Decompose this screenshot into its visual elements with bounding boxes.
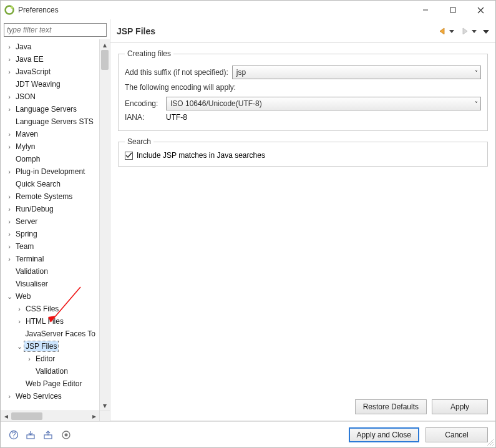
tree-item-label: Oomph <box>14 154 41 164</box>
tree-item[interactable]: ⌄JSP Files <box>1 340 99 353</box>
tree-item[interactable]: ›JavaScript <box>1 66 99 78</box>
svg-rect-3 <box>450 7 455 12</box>
encoding-value: ISO 10646/Unicode(UTF-8) <box>170 99 262 108</box>
horizontal-scrollbar[interactable]: ◂ ▸ <box>1 411 99 421</box>
tree-item[interactable]: ›Spring <box>1 228 99 240</box>
tree-item[interactable]: Quick Search <box>1 178 99 190</box>
tree-item[interactable]: ›Remote Systems <box>1 190 99 203</box>
help-icon[interactable]: ? <box>8 429 19 441</box>
import-prefs-icon[interactable] <box>26 429 37 441</box>
back-menu-button[interactable] <box>449 27 454 36</box>
tree-item[interactable]: ›Mylyn <box>1 140 99 153</box>
collapsed-icon[interactable]: › <box>4 43 14 51</box>
tree-item[interactable]: ›Editor <box>1 353 99 365</box>
tree-item[interactable]: Web Page Editor <box>1 377 99 390</box>
collapsed-icon[interactable]: › <box>4 392 14 400</box>
collapsed-icon[interactable]: › <box>4 93 14 100</box>
collapsed-icon[interactable]: › <box>4 168 14 175</box>
forward-menu-button[interactable] <box>472 27 477 36</box>
iana-value: UTF-8 <box>166 113 187 122</box>
tree-item-label: Editor <box>34 354 56 364</box>
tree-item-label: Quick Search <box>14 179 62 189</box>
tree-item[interactable]: ›CSS Files <box>1 303 99 315</box>
collapsed-icon[interactable]: › <box>4 105 14 113</box>
tree-item-label: Language Servers <box>14 104 78 114</box>
tree-item-label: Web Page Editor <box>24 379 84 389</box>
encoding-label: Encoding: <box>125 99 162 108</box>
collapsed-icon[interactable]: › <box>4 68 14 75</box>
pref-tree[interactable]: ›Java›Java EE›JavaScriptJDT Weaving›JSON… <box>1 39 99 402</box>
minimize-button[interactable] <box>412 1 439 19</box>
view-menu-button[interactable] <box>483 27 489 36</box>
collapsed-icon[interactable]: › <box>4 205 14 213</box>
collapsed-icon[interactable]: › <box>4 130 14 138</box>
tree-item-label: Visualiser <box>14 279 49 289</box>
collapsed-icon[interactable]: › <box>14 305 24 313</box>
iana-label: IANA: <box>125 113 162 122</box>
record-icon[interactable] <box>61 429 72 441</box>
tree-item-label: Web <box>14 291 32 301</box>
tree-item[interactable]: ›Java <box>1 41 99 53</box>
tree-item-label: Plug-in Development <box>14 167 86 177</box>
tree-item[interactable]: JDT Weaving <box>1 78 99 90</box>
collapsed-icon[interactable]: › <box>4 193 14 200</box>
collapsed-icon[interactable]: › <box>4 218 14 225</box>
collapsed-icon[interactable]: › <box>4 243 14 250</box>
collapsed-icon[interactable]: › <box>4 255 14 263</box>
expanded-icon[interactable]: ⌄ <box>4 293 14 301</box>
tree-item-label: Java <box>14 42 32 52</box>
collapsed-icon[interactable]: › <box>24 355 34 363</box>
tree-item-label: Spring <box>14 229 39 239</box>
filter-input[interactable] <box>4 23 107 37</box>
tree-item[interactable]: ›Server <box>1 215 99 228</box>
tree-item[interactable]: Oomph <box>1 153 99 165</box>
tree-item[interactable]: JavaServer Faces To <box>1 328 99 340</box>
maximize-button[interactable] <box>439 1 467 19</box>
expanded-icon[interactable]: ⌄ <box>14 343 24 351</box>
svg-line-19 <box>492 444 494 446</box>
apply-button[interactable]: Apply <box>432 399 488 414</box>
tree-item[interactable]: ›Language Servers <box>1 103 99 115</box>
tree-item-label: JavaServer Faces To <box>24 329 97 339</box>
tree-item-label: JSON <box>14 92 37 102</box>
tree-item[interactable]: ›Plug-in Development <box>1 165 99 178</box>
cancel-button[interactable]: Cancel <box>425 427 488 442</box>
restore-defaults-button[interactable]: Restore Defaults <box>355 399 427 414</box>
collapsed-icon[interactable]: › <box>4 143 14 150</box>
scroll-corner <box>99 411 110 421</box>
resize-grip[interactable] <box>485 437 494 446</box>
tree-item[interactable]: ›JSON <box>1 90 99 103</box>
suffix-select[interactable]: jsp ˅ <box>232 66 481 79</box>
collapsed-icon[interactable]: › <box>4 56 14 63</box>
tree-item[interactable]: Language Servers STS <box>1 115 99 128</box>
tree-item[interactable]: ›Java EE <box>1 53 99 66</box>
apply-and-close-button[interactable]: Apply and Close <box>349 427 419 442</box>
vertical-scrollbar[interactable]: ▴ ▾ <box>99 39 110 411</box>
search-group: Search Include JSP matches in Java searc… <box>118 137 488 167</box>
tree-item-label: Run/Debug <box>14 204 55 214</box>
collapsed-icon[interactable]: › <box>4 230 14 238</box>
close-button[interactable] <box>467 1 494 19</box>
filter-box <box>4 23 107 37</box>
encoding-note: The following encoding will apply: <box>125 83 481 92</box>
tree-item[interactable]: ›Terminal <box>1 253 99 265</box>
tree-item[interactable]: ›HTML Files <box>1 315 99 328</box>
tree-item[interactable]: ›Maven <box>1 128 99 140</box>
tree-item[interactable]: Validation <box>1 265 99 278</box>
tree-item[interactable]: ›Web Services <box>1 390 99 402</box>
svg-marker-8 <box>449 30 454 33</box>
encoding-select[interactable]: ISO 10646/Unicode(UTF-8) ˅ <box>166 97 481 110</box>
forward-button[interactable] <box>460 27 470 36</box>
include-jsp-checkbox[interactable] <box>125 152 133 160</box>
app-icon <box>4 5 14 15</box>
tree-item[interactable]: ›Team <box>1 240 99 253</box>
tree-item[interactable]: Validation <box>1 365 99 377</box>
collapsed-icon[interactable]: › <box>14 318 24 325</box>
back-button[interactable] <box>438 27 448 36</box>
tree-item-label: Remote Systems <box>14 192 74 202</box>
sidebar: ›Java›Java EE›JavaScriptJDT Weaving›JSON… <box>1 19 110 421</box>
tree-item[interactable]: ⌄Web <box>1 290 99 303</box>
tree-item[interactable]: ›Run/Debug <box>1 203 99 215</box>
export-prefs-icon[interactable] <box>43 429 54 441</box>
tree-item[interactable]: Visualiser <box>1 278 99 290</box>
